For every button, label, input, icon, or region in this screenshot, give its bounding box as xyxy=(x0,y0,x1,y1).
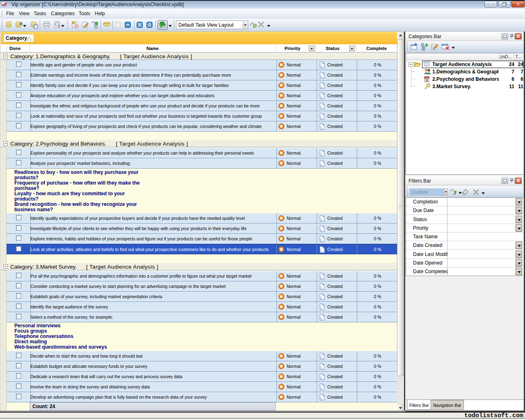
svg-text:5: 5 xyxy=(426,79,427,82)
